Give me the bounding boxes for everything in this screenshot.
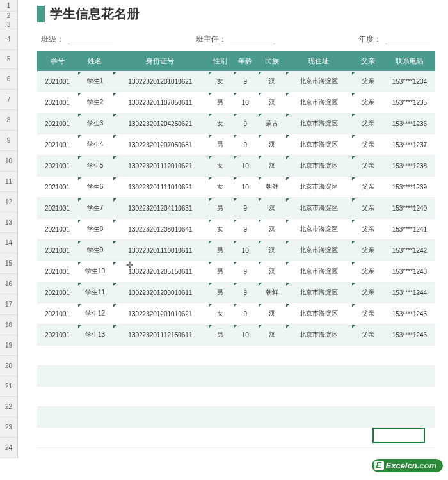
empty-cell[interactable] [384,366,435,387]
cell-name[interactable]: 学生3 [77,113,113,134]
cell-name[interactable]: 学生1 [77,71,113,92]
cell-age[interactable]: 9 [233,113,258,134]
empty-cell[interactable] [77,428,113,448]
class-input-line[interactable] [68,35,113,44]
cell-ethnic[interactable]: 汉 [258,156,286,177]
cell-idcard[interactable]: 130223201112150611 [113,324,208,346]
cell-idcard[interactable]: 130223201208010641 [113,219,208,240]
empty-row[interactable] [37,407,435,428]
cell-phone[interactable]: 153****1242 [384,240,435,261]
empty-cell[interactable] [233,387,258,407]
empty-cell[interactable] [37,387,77,407]
cell-name[interactable]: 学生12 [77,303,113,324]
column-header[interactable]: 年龄 [233,51,258,71]
empty-cell[interactable] [233,407,258,428]
table-row[interactable]: 2021001学生13130223201112150611男10汉北京市海淀区父… [37,324,435,346]
cell-id[interactable]: 2021001 [37,177,77,198]
cell-id[interactable]: 2021001 [37,198,77,219]
cell-addr[interactable]: 北京市海淀区 [285,71,351,92]
empty-cell[interactable] [351,387,383,407]
empty-row[interactable] [37,366,435,387]
cell-sex[interactable]: 男 [208,261,233,282]
cell-age[interactable]: 9 [233,303,258,324]
table-row[interactable]: 2021001学生7130223201204110631男9汉北京市海淀区父亲1… [37,198,435,219]
empty-cell[interactable] [113,407,208,428]
cell-addr[interactable]: 北京市海淀区 [285,92,351,113]
cell-idcard[interactable]: 130223201203010611 [113,282,208,303]
cell-addr[interactable]: 北京市海淀区 [285,113,351,134]
cell-addr[interactable]: 北京市海淀区 [285,261,351,282]
empty-row[interactable] [37,387,435,407]
row-number[interactable]: 22 [0,397,17,417]
cell-id[interactable]: 2021001 [37,134,77,156]
empty-cell[interactable] [208,366,233,387]
empty-cell[interactable] [77,366,113,387]
cell-idcard[interactable]: 130223201204250621 [113,113,208,134]
row-number[interactable]: 13 [0,212,17,233]
cell-name[interactable]: 学生8 [77,219,113,240]
row-number[interactable]: 12 [0,192,17,212]
row-number[interactable]: 2 [0,12,17,20]
row-number[interactable]: 1 [0,0,17,12]
column-header[interactable]: 父亲 [351,51,383,71]
cell-sex[interactable]: 女 [208,113,233,134]
cell-id[interactable]: 2021001 [37,282,77,303]
cell-sex[interactable]: 男 [208,134,233,156]
cell-ethnic[interactable]: 蒙古 [258,113,286,134]
empty-cell[interactable] [285,407,351,428]
cell-sex[interactable]: 女 [208,156,233,177]
cell-id[interactable]: 2021001 [37,71,77,92]
empty-cell[interactable] [37,428,77,448]
cell-father[interactable]: 父亲 [351,134,383,156]
cell-phone[interactable]: 153****1234 [384,71,435,92]
row-number[interactable]: 17 [0,294,17,315]
empty-cell[interactable] [233,366,258,387]
empty-cell[interactable] [384,387,435,407]
empty-cell[interactable] [285,387,351,407]
empty-cell[interactable] [208,428,233,448]
table-row[interactable]: 2021001学生2130223201107050611男10汉北京市海淀区父亲… [37,92,435,113]
cell-ethnic[interactable]: 汉 [258,92,286,113]
cell-name[interactable]: 学生7 [77,198,113,219]
cell-sex[interactable]: 男 [208,198,233,219]
cell-idcard[interactable]: 130223201201010621 [113,71,208,92]
cell-ethnic[interactable]: 朝鲜 [258,177,286,198]
empty-cell[interactable] [285,428,351,448]
cell-idcard[interactable]: 130223201205150611 [113,261,208,282]
cell-addr[interactable]: 北京市海淀区 [285,134,351,156]
cell-ethnic[interactable]: 汉 [258,240,286,261]
empty-cell[interactable] [113,366,208,387]
cell-phone[interactable]: 153****1244 [384,282,435,303]
row-number[interactable]: 5 [0,50,17,69]
cell-phone[interactable]: 153****1240 [384,198,435,219]
row-number[interactable]: 14 [0,233,17,253]
cell-addr[interactable]: 北京市海淀区 [285,177,351,198]
empty-cell[interactable] [258,366,286,387]
column-header[interactable]: 民族 [258,51,286,71]
cell-id[interactable]: 2021001 [37,324,77,346]
column-header[interactable]: 现住址 [285,51,351,71]
empty-cell[interactable] [285,366,351,387]
table-row[interactable]: 2021001学生8130223201208010641女9汉北京市海淀区父亲1… [37,219,435,240]
table-row[interactable]: 2021001学生3130223201204250621女9蒙古北京市海淀区父亲… [37,113,435,134]
cell-idcard[interactable]: 130223201111010621 [113,177,208,198]
cell-ethnic[interactable]: 汉 [258,71,286,92]
cell-ethnic[interactable]: 汉 [258,198,286,219]
table-row[interactable]: 2021001学生1130223201201010621女9汉北京市海淀区父亲1… [37,71,435,92]
selected-cell[interactable] [372,428,425,443]
cell-father[interactable]: 父亲 [351,261,383,282]
empty-cell[interactable] [77,346,113,366]
table-row[interactable]: 2021001学生9130223201110010611男10汉北京市海淀区父亲… [37,240,435,261]
cell-father[interactable]: 父亲 [351,219,383,240]
cell-idcard[interactable]: 130223201204110631 [113,198,208,219]
cell-sex[interactable]: 男 [208,240,233,261]
column-header[interactable]: 身份证号 [113,51,208,71]
cell-age[interactable]: 10 [233,177,258,198]
cell-ethnic[interactable]: 汉 [258,261,286,282]
row-number[interactable]: 23 [0,417,17,438]
cell-father[interactable]: 父亲 [351,156,383,177]
cell-sex[interactable]: 女 [208,177,233,198]
empty-cell[interactable] [258,407,286,428]
row-number[interactable]: 16 [0,274,17,294]
cell-age[interactable]: 9 [233,134,258,156]
